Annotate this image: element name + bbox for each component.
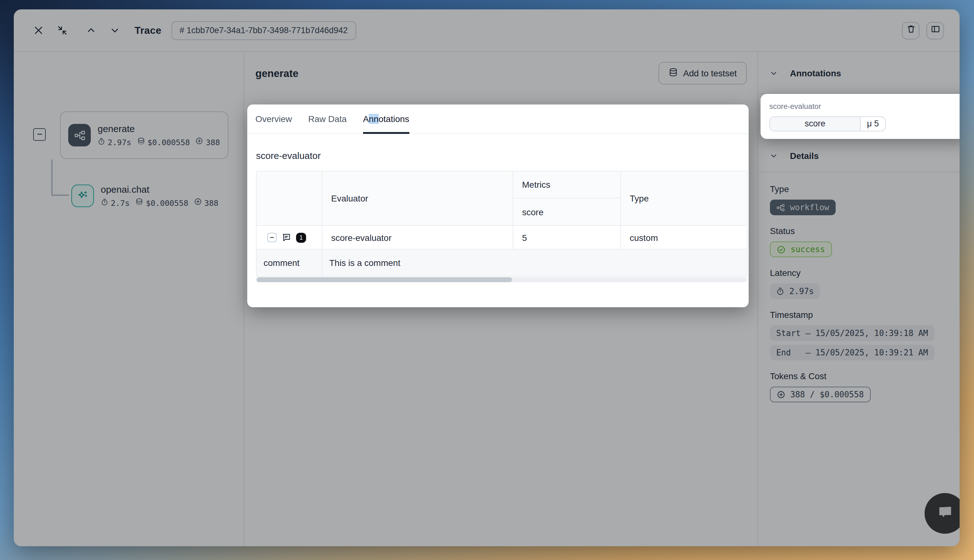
tab-raw-data[interactable]: Raw Data <box>308 105 347 133</box>
header-type: Type <box>620 171 747 225</box>
annotations-table: Evaluator Metrics Type score <box>256 171 747 277</box>
metric-name[interactable]: score <box>770 117 861 130</box>
comment-row: comment This is a comment <box>256 249 747 276</box>
tab-bar: Overview Raw Data Annotations <box>247 105 749 134</box>
header-select-col <box>256 171 322 225</box>
comment-key: comment <box>256 249 322 276</box>
header-metric-score: score <box>513 198 620 225</box>
cell-type: custom <box>620 225 747 249</box>
row-checkbox-indeterminate[interactable] <box>267 233 277 242</box>
table-row[interactable]: 1 score-evaluator 5 custom <box>256 225 747 249</box>
comment-icon[interactable] <box>282 233 291 242</box>
annotations-tab-panel: Overview Raw Data Annotations score-eval… <box>247 105 749 307</box>
tab-annotations[interactable]: Annotations <box>363 105 409 133</box>
annotation-evaluator-label: score-evaluator <box>769 102 960 110</box>
annotation-card[interactable]: score-evaluator score μ 5 <box>761 93 960 138</box>
text-selection: nn <box>369 114 379 124</box>
page-background: Trace # 1cbb70e7-34a1-7bb7-3498-771b7d46… <box>0 0 974 560</box>
comment-count-badge[interactable]: 1 <box>296 232 306 242</box>
evaluator-section-title: score-evaluator <box>256 150 740 161</box>
cell-score: 5 <box>513 225 620 249</box>
header-metrics: Metrics <box>513 171 620 198</box>
scrollbar-thumb[interactable] <box>257 277 512 282</box>
header-evaluator: Evaluator <box>322 171 513 225</box>
metric-pill[interactable]: score μ 5 <box>769 116 886 131</box>
trace-drawer: Trace # 1cbb70e7-34a1-7bb7-3498-771b7d46… <box>14 9 960 546</box>
horizontal-scrollbar[interactable] <box>256 277 747 282</box>
tab-overview[interactable]: Overview <box>255 105 292 133</box>
metric-value[interactable]: μ 5 <box>861 117 885 130</box>
cell-evaluator: score-evaluator <box>322 225 513 249</box>
comment-value: This is a comment <box>322 249 747 276</box>
